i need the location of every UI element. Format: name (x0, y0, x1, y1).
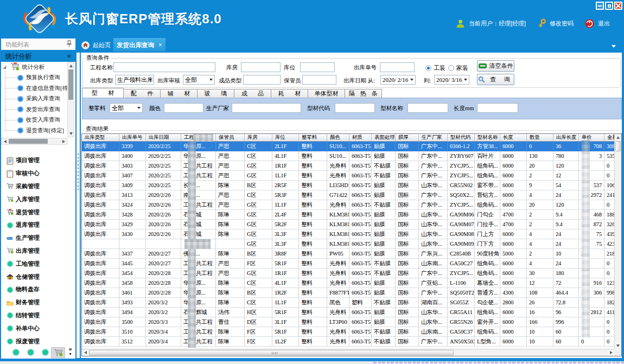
grid-row[interactable]: 调拨出库34932020/3/2华原...陈琳C区1L1F整料黑色塑料不贴膜国标… (82, 298, 614, 308)
sidebar-group-5[interactable]: 退库管理 (1, 219, 75, 232)
grid-row[interactable]: 调拨出库34072020/2/25工共工程严思G区1L1F整料光身料6063-T… (82, 171, 614, 181)
search-button[interactable]: 查 询 (477, 74, 514, 85)
grid-row[interactable]: 调拨出库34092020/2/25长...陈琳B区2R5F整料LI35HD606… (82, 181, 614, 190)
grid-column-header[interactable]: 生产厂家 (419, 134, 448, 141)
grid-horizontal-scrollbar[interactable] (82, 349, 614, 356)
close-button[interactable] (614, 2, 622, 10)
tree-item[interactable]: 预算执行查询 (1, 73, 68, 84)
sidebar-group-7[interactable]: 出库管理 (1, 245, 75, 258)
grid-row[interactable]: 调拨出库35102020/3/4工共工程陈琳F区5R1F整料光身料6063-T5… (82, 327, 614, 337)
profile-code-input[interactable] (335, 103, 375, 113)
tree-item[interactable]: 退货查询[待定] (1, 125, 68, 136)
grid-row[interactable]: 调拨出库34032020/2/25工共工程严思G区1R1F整料光身料6063-T… (82, 161, 614, 171)
grid-vertical-scrollbar[interactable] (614, 134, 621, 349)
grid-column-header[interactable]: 颜色 (327, 134, 349, 141)
material-tab-1[interactable]: 配 件 (124, 89, 161, 98)
grid-row[interactable]: 调拨出库34372020/2/27佛...陈琳B区3R8F整料PW056063-… (82, 249, 614, 259)
tree-hscroll-thumb[interactable] (9, 139, 48, 144)
order-no-input[interactable] (380, 62, 415, 72)
collapse-chevron-icon[interactable]: « (67, 52, 71, 60)
nav-overflow-dot-icon[interactable] (13, 349, 19, 355)
sidebar-group-0[interactable]: 项目管理 (1, 154, 75, 167)
nav-overflow-cart-button[interactable] (51, 347, 65, 358)
grid-column-header[interactable]: 长度 (500, 134, 527, 141)
sidebar-group-12[interactable]: 结转管理 (1, 309, 75, 322)
grid-row[interactable]: 调拨出库34612020/2/28华原...陈琳B区1R2F整料F8877FT6… (82, 288, 614, 298)
grid-column-header[interactable]: 出库长度 (553, 134, 579, 141)
grid-column-header[interactable]: 金额 (604, 134, 614, 141)
grid-row[interactable]: 调拨出库34132020/2/26南...严思C区5R3F整料G71422606… (82, 190, 614, 200)
outbound-type-select[interactable]: 生产领料出库 (115, 75, 154, 85)
grid-row[interactable]: 调拨出库34002020/2/25华原...严思C区4L1F整料SU10...6… (82, 151, 614, 161)
manufacturer-input[interactable] (232, 103, 301, 113)
tree-vscroll-thumb[interactable] (68, 69, 73, 100)
sidebar-group-3[interactable]: 入库管理 (1, 193, 75, 206)
grid-hscroll-thumb[interactable] (89, 350, 454, 355)
grid-row[interactable]: 调拨出库34582020/2/28华原...陈琳C区4L1F整料光身料6063-… (82, 278, 614, 288)
grid-row[interactable]: G区3L3F整料KLM38176063-T5贴膜国标山东华...GA90M09.… (82, 239, 614, 249)
grid-column-header[interactable]: 型材代码 (448, 134, 475, 141)
grid-column-header[interactable]: 型材名称 (475, 134, 500, 141)
location-input[interactable] (300, 62, 335, 72)
sidebar-group-4[interactable]: 退货管理 (1, 206, 75, 219)
grid-scroll-down-icon[interactable] (615, 342, 621, 349)
minimize-button[interactable] (596, 2, 604, 10)
project-name-input[interactable] (113, 62, 215, 72)
outbound-audit-select[interactable]: 全部 (183, 75, 215, 85)
sidebar-group-10[interactable]: 物料盘存 (1, 283, 75, 296)
material-tab-6[interactable]: 单体型材 (308, 89, 345, 98)
sidebar-group-9[interactable]: 仓储管理 (1, 270, 75, 283)
tab-close-icon[interactable]: × (158, 41, 162, 49)
nav-more-chevrons[interactable]: »▼ (68, 347, 72, 356)
sidebar-group-11[interactable]: 财务管理 (1, 296, 75, 309)
length-input[interactable] (477, 103, 518, 113)
material-tab-3[interactable]: 玻 璃 (198, 89, 234, 98)
tree-scroll-up-icon[interactable] (68, 62, 74, 69)
whole-piece-select[interactable]: 全部 (110, 103, 143, 113)
nav-overflow-dot-icon[interactable] (28, 349, 34, 355)
color-input[interactable] (164, 103, 203, 113)
logout-link[interactable]: 退出 (598, 20, 610, 28)
tree-expand-icon[interactable]: ◢ (3, 65, 6, 69)
grid-row[interactable]: 调拨出库34942020/3/2石辉城汤伟H区5R1F整料光身料6063-T5贴… (82, 308, 614, 317)
grid-column-header[interactable]: 出库单号 (119, 134, 146, 141)
clear-conditions-button[interactable]: 清空条件 (477, 60, 514, 72)
profile-name-input[interactable] (407, 103, 448, 113)
grid-column-header[interactable]: 保管员 (216, 134, 245, 141)
material-tab-0[interactable]: 型 材 (82, 88, 124, 98)
date-from-picker[interactable]: 2020/ 2/16 (380, 75, 416, 85)
grid-column-header[interactable]: 膜厚 (396, 134, 419, 141)
sidebar-group-8[interactable]: 工地管理 (1, 257, 75, 270)
grid-column-header[interactable]: 整零料 (299, 134, 327, 141)
grid-column-header[interactable]: 出库类型 (82, 134, 119, 141)
keeper-input[interactable] (302, 75, 336, 85)
maximize-button[interactable] (605, 2, 613, 10)
sidebar-group-1[interactable]: 审核中心 (1, 167, 75, 180)
tree-item[interactable]: 采购入库查询 (1, 94, 68, 105)
tab-list-dropdown-icon[interactable] (612, 45, 616, 48)
pin-icon[interactable] (66, 40, 72, 47)
grid-column-header[interactable]: 库位 (272, 134, 299, 141)
grid-column-header[interactable]: 出库日期 (146, 134, 181, 141)
grid-scroll-left-icon[interactable] (82, 349, 88, 356)
grid-row[interactable]: 调拨出库34242020/2/26工共工程严思G区1L1F整料光身料6063-T… (82, 200, 614, 210)
tree-scroll-down-icon[interactable] (68, 130, 74, 137)
grid-row[interactable]: 调拨出库34302020/2/26石城陈琳G区3L3F整料KLM38176063… (82, 229, 614, 239)
tree-vertical-scrollbar[interactable] (67, 62, 74, 137)
grid-column-header[interactable]: 数量 (527, 134, 553, 141)
tab-shipment-outbound-query[interactable]: 发货出库查询 × (113, 38, 165, 52)
tree-root-statistics[interactable]: ◢ 统计分析 (1, 62, 68, 73)
radio-home[interactable]: 家装 (448, 64, 468, 72)
sidebar-group-13[interactable]: 补单中心 (1, 322, 75, 335)
product-type-input[interactable] (243, 75, 281, 85)
date-to-picker[interactable]: 2020/ 3/16 (434, 75, 469, 85)
grid-row[interactable]: 调拨出库34282020/2/26石城陈琳G区2L4F整料KLM38176063… (82, 210, 614, 220)
change-password-link[interactable]: 修改密码 (550, 20, 574, 28)
grid-column-header[interactable]: 库房 (245, 134, 272, 141)
grid-row[interactable]: 调拨出库35002020/3/3工共工程曹佳D区3L1F整料LT3P606063… (82, 317, 614, 327)
tree-horizontal-scrollbar[interactable] (1, 138, 67, 145)
sidebar-group-14[interactable]: 报废管理 (1, 335, 75, 348)
sidebar-group-6[interactable]: 生产管理 (1, 232, 75, 245)
material-tab-2[interactable]: 辅 材 (161, 89, 198, 98)
radio-industrial[interactable]: 工装 (425, 64, 445, 72)
